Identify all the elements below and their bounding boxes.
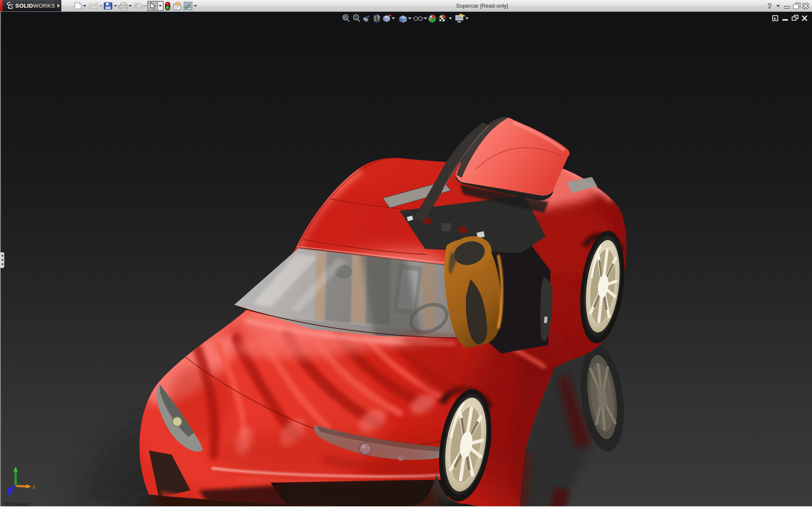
svg-text:?: ? xyxy=(768,3,772,10)
svg-text:X: X xyxy=(32,484,36,490)
